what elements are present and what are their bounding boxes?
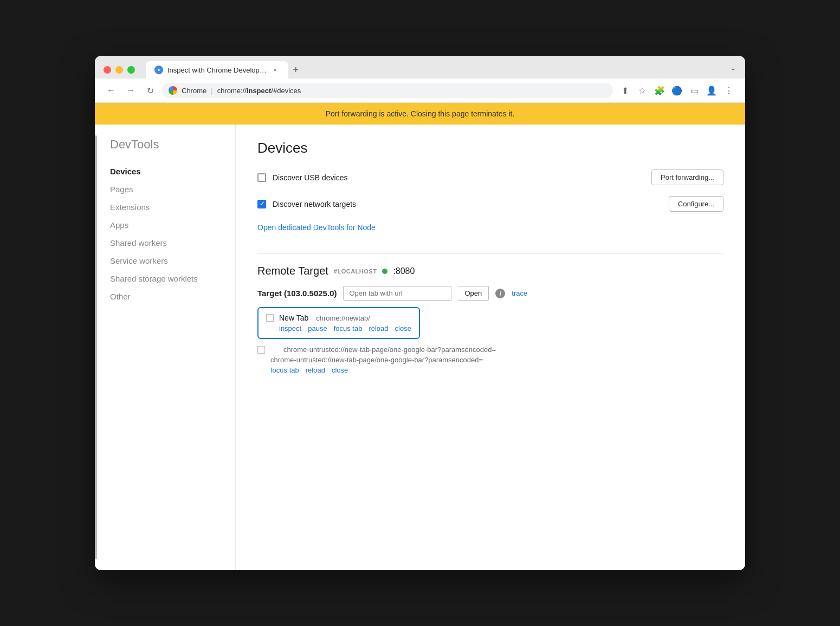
usb-checkbox[interactable] xyxy=(257,173,266,182)
sidebar: DevTools Devices Pages Extensions Apps S… xyxy=(95,125,236,570)
target-item-newtab-url: chrome://newtab/ xyxy=(316,314,370,322)
url-bar[interactable]: Chrome | chrome://inspect/#devices xyxy=(162,83,613,98)
target-item-newtab: New Tab chrome://newtab/ inspect pause f… xyxy=(257,307,420,339)
section-divider xyxy=(257,253,723,254)
localhost-label: #LOCALHOST xyxy=(334,268,377,275)
status-dot-icon xyxy=(382,269,387,274)
extension-icon[interactable]: 🧩 xyxy=(652,83,667,98)
profile-icon[interactable]: 👤 xyxy=(704,83,719,98)
chrome-icon xyxy=(169,86,177,95)
url-prefix: chrome:// xyxy=(217,87,247,95)
sidebar-item-other[interactable]: Other xyxy=(95,288,235,305)
tabs-chevron-icon[interactable]: ⌄ xyxy=(730,63,736,72)
forward-button[interactable]: → xyxy=(123,83,138,98)
sidebar-item-shared-storage-worklets[interactable]: Shared storage worklets xyxy=(95,270,235,288)
untrusted-close-link[interactable]: close xyxy=(332,366,348,374)
scroll-indicator xyxy=(95,135,97,559)
main-content: DevTools Devices Pages Extensions Apps S… xyxy=(95,125,745,570)
sidebar-toggle-icon[interactable]: ▭ xyxy=(687,83,702,98)
sidebar-item-extensions[interactable]: Extensions xyxy=(95,198,235,216)
remote-target-title: Remote Target xyxy=(257,265,328,277)
devtools-node-link[interactable]: Open dedicated DevTools for Node xyxy=(257,223,376,232)
newtab-focus-tab-link[interactable]: focus tab xyxy=(334,324,363,332)
tabs-area: ● Inspect with Chrome Develop… × + xyxy=(146,61,723,79)
open-tab-button[interactable]: Open xyxy=(458,286,489,301)
open-tab-url-input[interactable] xyxy=(343,286,451,301)
url-site-label: Chrome xyxy=(182,87,206,95)
network-checkbox-row: Discover network targets xyxy=(257,200,660,208)
devtools-icon[interactable]: 🔵 xyxy=(669,83,684,98)
back-button[interactable]: ← xyxy=(104,83,119,98)
target-name-label: Target (103.0.5025.0) xyxy=(257,289,337,298)
sidebar-item-apps[interactable]: Apps xyxy=(95,216,235,234)
target-item-untrusted-url2: chrome-untrusted://new-tab-page/one-goog… xyxy=(270,356,723,364)
sidebar-item-shared-workers[interactable]: Shared workers xyxy=(95,234,235,252)
sidebar-item-service-workers[interactable]: Service workers xyxy=(95,252,235,270)
menu-icon[interactable]: ⋮ xyxy=(721,83,736,98)
minimize-button[interactable] xyxy=(115,66,123,74)
remote-target-header: Remote Target #LOCALHOST :8080 xyxy=(257,265,723,277)
sidebar-nav: Devices Pages Extensions Apps Shared wor… xyxy=(95,162,235,305)
network-label: Discover network targets xyxy=(273,200,356,208)
banner-text: Port forwarding is active. Closing this … xyxy=(326,109,515,118)
target-item-untrusted-actions: focus tab reload close xyxy=(270,366,723,374)
target-item-untrusted-checkbox[interactable] xyxy=(257,346,265,354)
sidebar-item-devices[interactable]: Devices xyxy=(95,162,235,180)
page-content: Devices Discover USB devices Port forwar… xyxy=(236,125,745,570)
usb-checkbox-row: Discover USB devices xyxy=(257,173,643,182)
address-actions: ⬆ ☆ 🧩 🔵 ▭ 👤 ⋮ xyxy=(617,83,736,98)
port-forwarding-button[interactable]: Port forwarding... xyxy=(651,169,723,185)
bookmark-icon[interactable]: ☆ xyxy=(635,83,650,98)
target-header-row: Target (103.0.5025.0) Open i trace xyxy=(257,286,723,301)
usb-row: Discover USB devices Port forwarding... xyxy=(257,169,723,185)
tab-favicon: ● xyxy=(154,66,163,74)
info-icon[interactable]: i xyxy=(495,289,505,298)
trace-link[interactable]: trace xyxy=(512,289,527,297)
port-forwarding-banner: Port forwarding is active. Closing this … xyxy=(95,103,745,125)
newtab-close-link[interactable]: close xyxy=(395,324,411,332)
target-item-newtab-checkbox[interactable] xyxy=(266,314,274,322)
port-label: :8080 xyxy=(393,266,415,276)
target-item-newtab-title: New Tab xyxy=(279,314,308,322)
sidebar-item-pages[interactable]: Pages xyxy=(95,180,235,198)
active-tab[interactable]: ● Inspect with Chrome Develop… × xyxy=(146,61,288,79)
target-item-untrusted-url1: chrome-untrusted://new-tab-page/one-goog… xyxy=(283,345,496,354)
maximize-button[interactable] xyxy=(127,66,135,74)
title-bar: ● Inspect with Chrome Develop… × + ⌄ xyxy=(95,56,745,79)
address-bar: ← → ↻ Chrome | chrome://inspect/#devices… xyxy=(95,79,745,103)
target-item-newtab-actions: inspect pause focus tab reload close xyxy=(279,324,411,332)
tab-title: Inspect with Chrome Develop… xyxy=(167,66,267,74)
close-button[interactable] xyxy=(104,66,111,74)
network-checkbox[interactable] xyxy=(257,200,266,208)
url-separator: | xyxy=(211,87,212,95)
configure-button[interactable]: Configure... xyxy=(669,196,723,212)
url-text: chrome://inspect/#devices xyxy=(217,87,301,95)
newtab-reload-link[interactable]: reload xyxy=(369,324,388,332)
target-item-newtab-row: New Tab chrome://newtab/ xyxy=(266,314,411,322)
url-suffix: /#devices xyxy=(271,87,301,95)
page-title: Devices xyxy=(257,140,723,156)
newtab-inspect-link[interactable]: inspect xyxy=(279,324,301,332)
browser-window: ● Inspect with Chrome Develop… × + ⌄ ← →… xyxy=(95,56,745,570)
untrusted-focus-tab-link[interactable]: focus tab xyxy=(270,366,299,374)
network-row: Discover network targets Configure... xyxy=(257,196,723,212)
sidebar-title: DevTools xyxy=(95,138,235,162)
refresh-button[interactable]: ↻ xyxy=(143,83,158,98)
usb-label: Discover USB devices xyxy=(273,173,348,182)
tab-close-button[interactable]: × xyxy=(271,66,280,74)
window-controls xyxy=(104,66,135,74)
new-tab-button[interactable]: + xyxy=(288,62,303,77)
target-item-untrusted-row: chrome-untrusted://new-tab-page/one-goog… xyxy=(257,345,723,354)
newtab-pause-link[interactable]: pause xyxy=(308,324,327,332)
target-item-untrusted: chrome-untrusted://new-tab-page/one-goog… xyxy=(257,345,723,374)
untrusted-reload-link[interactable]: reload xyxy=(306,366,325,374)
share-icon[interactable]: ⬆ xyxy=(617,83,632,98)
url-bold: inspect xyxy=(247,87,272,95)
